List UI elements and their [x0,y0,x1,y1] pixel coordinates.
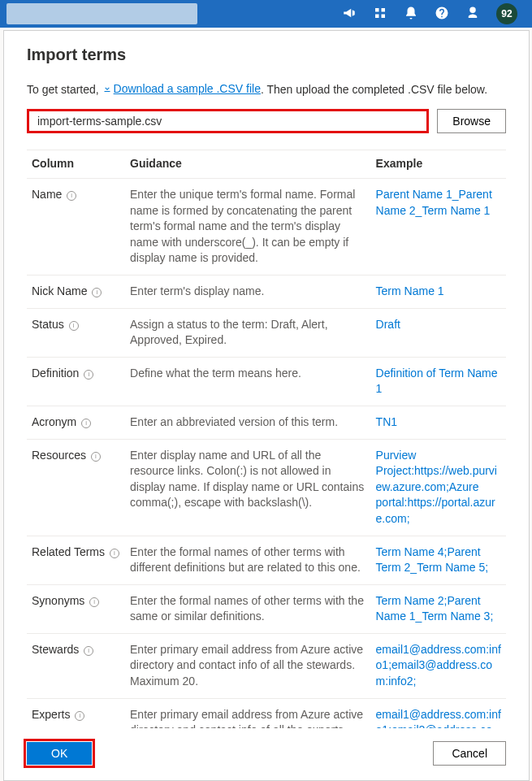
info-icon[interactable]: i [91,452,101,462]
top-icons: 92 [342,3,532,24]
example-cell: Term Name 1 [371,275,506,308]
example-cell: email1@address.com:info1;email2@address.… [371,698,506,728]
example-cell: email1@address.com:info1;email3@address.… [371,633,506,698]
table-container: Column Guidance Example Name iEnter the … [27,150,506,728]
example-link[interactable]: Term Name 1 [376,284,444,297]
file-row: import-terms-sample.csv Browse [27,109,506,133]
column-name: Related Terms i [27,536,125,584]
browse-button[interactable]: Browse [437,109,506,133]
info-icon[interactable]: i [81,419,91,428]
example-cell: Definition of Term Name 1 [371,357,506,406]
intro-suffix: . Then upload the completed .CSV file be… [261,83,487,96]
import-panel: Import terms To get started, Download a … [3,30,530,781]
help-icon[interactable] [435,6,449,23]
column-name-label: Stewards [32,643,79,656]
example-link[interactable]: Purview Project:https://web.purview.azur… [376,449,497,525]
column-name-label: Status [32,318,64,331]
guidance-text: Enter primary email address from Azure a… [125,633,371,698]
info-icon[interactable]: i [69,321,79,331]
intro-prefix: To get started, [27,83,102,96]
file-input[interactable]: import-terms-sample.csv [27,109,429,133]
table-row: Experts iEnter primary email address fro… [27,698,506,728]
guidance-text: Enter an abbreviated version of this ter… [125,406,371,439]
column-name: Synonyms i [27,584,125,633]
feedback-icon[interactable] [465,6,480,23]
download-icon [102,84,112,93]
example-link[interactable]: Definition of Term Name 1 [376,367,498,396]
column-name-label: Definition [32,367,79,380]
guidance-text: Assign a status to the term: Draft, Aler… [125,308,371,357]
column-name: Status i [27,308,125,357]
table-row: Related Terms iEnter the formal names of… [27,536,506,584]
column-name: Resources i [27,439,125,536]
table-header-example: Example [371,150,506,179]
table-row: Resources iEnter display name and URL of… [27,439,506,536]
column-name: Name i [27,179,125,276]
info-icon[interactable]: i [84,646,93,656]
guidance-table: Column Guidance Example Name iEnter the … [27,150,506,728]
column-name-label: Related Terms [32,545,105,558]
example-cell: Purview Project:https://web.purview.azur… [371,439,506,536]
info-icon[interactable]: i [92,288,102,297]
column-name-label: Synonyms [32,594,84,607]
intro-text: To get started, Download a sample .CSV f… [27,82,506,96]
info-icon[interactable]: i [75,711,84,721]
guidance-text: Enter the formal names of other terms wi… [125,536,371,584]
table-row: Status iAssign a status to the term: Dra… [27,308,506,357]
example-link[interactable]: Draft [376,318,400,331]
example-link[interactable]: email1@address.com:info1;email2@address.… [376,708,501,728]
column-name: Acronym i [27,406,125,439]
megaphone-icon[interactable] [342,6,357,23]
dialog-footer: OK Cancel [27,728,506,766]
guidance-text: Enter term's display name. [125,275,371,308]
guidance-text: Define what the term means here. [125,357,371,406]
guidance-text: Enter the unique term's formal name. For… [125,179,371,276]
directory-icon[interactable] [373,6,387,23]
info-icon[interactable]: i [67,191,76,201]
column-name-label: Nick Name [32,284,87,297]
column-name: Nick Name i [27,275,125,308]
example-link[interactable]: Term Name 2;Parent Name 1_Term Name 3; [376,594,494,623]
column-name-label: Acronym [32,415,76,428]
column-name: Experts i [27,698,125,728]
guidance-text: Enter primary email address from Azure a… [125,698,371,728]
guidance-text: Enter the formal names of other terms wi… [125,584,371,633]
example-cell: Draft [371,308,506,357]
column-name-label: Resources [32,449,86,462]
table-row: Synonyms iEnter the formal names of othe… [27,584,506,633]
ok-button[interactable]: OK [27,742,92,765]
column-name: Definition i [27,357,125,406]
table-row: Definition iDefine what the term means h… [27,357,506,406]
column-name: Stewards i [27,633,125,698]
column-name-label: Name [32,188,62,201]
table-row: Name iEnter the unique term's formal nam… [27,179,506,276]
example-cell: TN1 [371,406,506,439]
table-row: Nick Name iEnter term's display name.Ter… [27,275,506,308]
download-sample-link[interactable]: Download a sample .CSV file [102,82,261,95]
notification-icon[interactable] [404,6,418,23]
table-header-guidance: Guidance [125,150,371,179]
info-icon[interactable]: i [110,549,119,558]
example-link[interactable]: TN1 [376,415,397,428]
info-icon[interactable]: i [84,370,93,380]
page-title: Import terms [27,46,506,64]
example-cell: Parent Name 1_Parent Name 2_Term Name 1 [371,179,506,276]
column-name-label: Experts [32,708,70,721]
search-input[interactable] [6,3,197,24]
example-cell: Term Name 4;Parent Term 2_Term Name 5; [371,536,506,584]
example-cell: Term Name 2;Parent Name 1_Term Name 3; [371,584,506,633]
guidance-text: Enter display name and URL of all the re… [125,439,371,536]
table-row: Stewards iEnter primary email address fr… [27,633,506,698]
example-link[interactable]: email1@address.com:info1;email3@address.… [376,643,501,688]
top-bar: 92 [0,0,532,28]
download-sample-label: Download a sample .CSV file [114,82,261,95]
example-link[interactable]: Parent Name 1_Parent Name 2_Term Name 1 [376,188,492,217]
cancel-button[interactable]: Cancel [433,741,506,766]
table-header-column: Column [27,150,125,179]
example-link[interactable]: Term Name 4;Parent Term 2_Term Name 5; [376,545,488,575]
table-row: Acronym iEnter an abbreviated version of… [27,406,506,439]
user-badge[interactable]: 92 [496,3,517,24]
info-icon[interactable]: i [89,597,99,607]
